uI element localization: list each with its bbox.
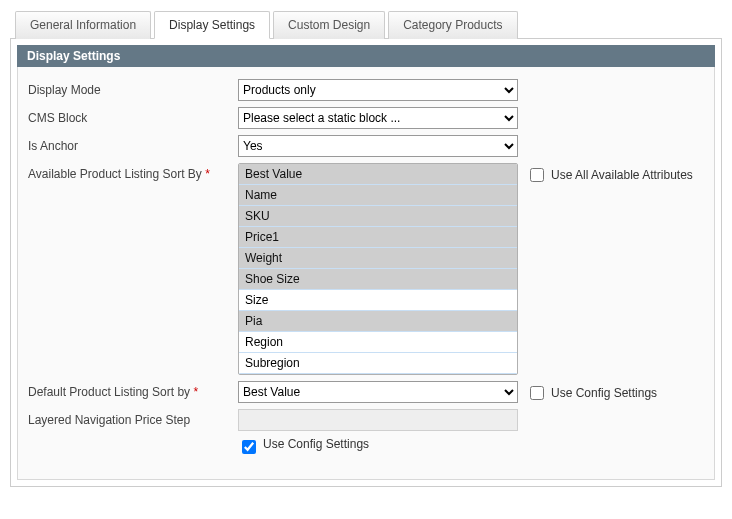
select-default-sort[interactable]: Best Value xyxy=(238,381,518,403)
section-header: Display Settings xyxy=(17,45,715,67)
main-panel: Display Settings Display Mode Products o… xyxy=(10,39,722,487)
sort-option[interactable]: Best Value xyxy=(239,164,517,185)
sort-option[interactable]: Pia xyxy=(239,311,517,332)
select-cms-block[interactable]: Please select a static block ... xyxy=(238,107,518,129)
tab-bar: General Information Display Settings Cus… xyxy=(10,10,722,39)
sort-option[interactable]: Price1 xyxy=(239,227,517,248)
label-cms-block: CMS Block xyxy=(28,107,238,125)
required-marker: * xyxy=(205,167,210,181)
label-use-config-price-step: Use Config Settings xyxy=(263,437,369,451)
label-default-sort: Default Product Listing Sort by * xyxy=(28,381,238,399)
sort-option[interactable]: Shoe Size xyxy=(239,269,517,290)
row-available-sort: Available Product Listing Sort By * Best… xyxy=(28,163,704,375)
row-price-step: Layered Navigation Price Step xyxy=(28,409,704,431)
section-body: Display Mode Products only CMS Block Ple… xyxy=(17,67,715,480)
row-is-anchor: Is Anchor Yes xyxy=(28,135,704,157)
input-price-step[interactable] xyxy=(238,409,518,431)
sort-option[interactable]: SKU xyxy=(239,206,517,227)
tab-display-settings[interactable]: Display Settings xyxy=(154,11,270,39)
sort-option[interactable]: Weight xyxy=(239,248,517,269)
tab-general-information[interactable]: General Information xyxy=(15,11,151,39)
required-marker: * xyxy=(193,385,198,399)
tab-category-products[interactable]: Category Products xyxy=(388,11,517,39)
checkbox-use-config-price-step[interactable] xyxy=(242,440,256,454)
sort-option[interactable]: Region xyxy=(239,332,517,353)
checkbox-use-config-default-sort[interactable] xyxy=(530,386,544,400)
label-display-mode: Display Mode xyxy=(28,79,238,97)
label-price-step: Layered Navigation Price Step xyxy=(28,409,238,427)
label-available-sort: Available Product Listing Sort By * xyxy=(28,163,238,181)
select-display-mode[interactable]: Products only xyxy=(238,79,518,101)
label-use-config-default-sort: Use Config Settings xyxy=(551,386,657,400)
row-display-mode: Display Mode Products only xyxy=(28,79,704,101)
multiselect-available-sort[interactable]: Best ValueNameSKUPrice1WeightShoe SizeSi… xyxy=(238,163,518,375)
row-price-step-config: Use Config Settings xyxy=(28,437,704,457)
row-cms-block: CMS Block Please select a static block .… xyxy=(28,107,704,129)
sort-option[interactable]: Size xyxy=(239,290,517,311)
tab-custom-design[interactable]: Custom Design xyxy=(273,11,385,39)
checkbox-use-all-attributes[interactable] xyxy=(530,168,544,182)
sort-option[interactable]: Name xyxy=(239,185,517,206)
label-use-all-attributes: Use All Available Attributes xyxy=(551,168,693,182)
sort-option[interactable]: Subregion xyxy=(239,353,517,374)
label-is-anchor: Is Anchor xyxy=(28,135,238,153)
row-default-sort: Default Product Listing Sort by * Best V… xyxy=(28,381,704,403)
select-is-anchor[interactable]: Yes xyxy=(238,135,518,157)
